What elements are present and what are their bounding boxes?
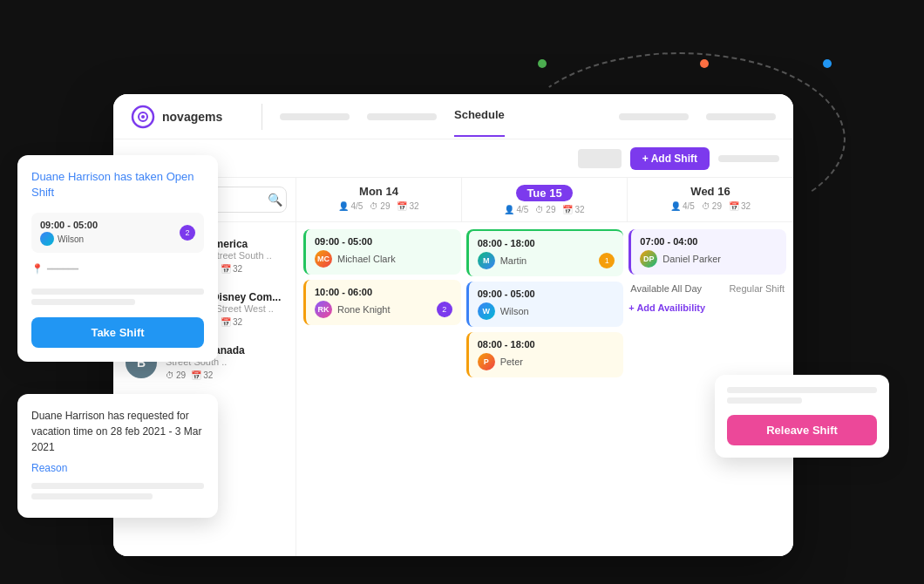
day-header-mon: Mon 14 👤 4/5 ⏱ 29 📅 32 [296,178,462,221]
nav-item-placeholder-1 [280,113,350,120]
shift-person-mon-1: MC Michael Clark [315,250,452,268]
shift-avatar-wilson: W [478,302,495,320]
shift-name-mon-2: Rone Knight [337,304,391,315]
shift-time-tue-3: 08:00 - 18:00 [478,339,615,350]
notif-shift-avatar [40,232,54,246]
meta-guards-boc: ⏱ 29 [166,370,186,380]
add-availability-button[interactable]: + Add Availibility [628,302,786,313]
notification-text: Duane Harrison has taken Open Shift [31,169,204,200]
shift-time-wed-1: 07:00 - 04:00 [640,236,778,247]
shift-preview: 09:00 - 05:00 Wilson 2 [31,213,204,253]
sidebar-meta-boc: ⏱ 29 📅 32 [166,370,283,380]
shift-name-mon-1: Michael Clark [337,254,396,264]
shift-time-mon-2: 10:00 - 06:00 [315,287,452,297]
location-text: ━━━━━━ [47,264,78,274]
svg-point-2 [141,115,145,119]
placeholder-line-2 [31,299,135,305]
take-shift-button[interactable]: Take Shift [31,317,204,348]
shift-time-tue-2: 09:00 - 05:00 [478,289,615,299]
notification-card: Duane Harrison has taken Open Shift 09:0… [17,155,218,362]
dot-blue [823,59,832,68]
day-meta-hours-mon: ⏱ 29 [370,201,390,211]
location-icon: 📍 [31,263,44,275]
shift-name-tue-1: Martin [500,255,527,266]
shift-avatar-peter: P [478,353,495,370]
available-all-day-label: Available All Day [630,283,702,294]
day-meta-days-mon: 📅 32 [397,201,418,211]
notif-person-name: Wilson [58,234,84,244]
nav-item-placeholder-3 [619,113,689,120]
shift-person-mon-2: RK Rone Knight 2 [315,301,452,318]
shift-time-mon-1: 09:00 - 05:00 [315,236,452,247]
meta-days-boa: 📅 32 [221,264,242,274]
nav-item-placeholder-2 [367,113,437,120]
day-meta-hours-wed: ⏱ 29 [702,201,722,211]
reason-link[interactable]: Reason [31,462,204,474]
vacation-text: Duane Harrison has requested for vacatio… [31,408,204,455]
notif-location: 📍 ━━━━━━ [31,263,204,275]
logo-icon [131,105,155,129]
day-meta-tue: 👤 4/5 ⏱ 29 📅 32 [472,205,616,214]
nav-divider [262,104,262,130]
shift-badge-mon-2: 2 [437,302,452,317]
shift-preview-info: 09:00 - 05:00 Wilson [40,220,173,246]
day-header-wed: Wed 16 👤 4/5 ⏱ 29 📅 32 [628,178,793,221]
search-icon: 🔍 [268,193,282,207]
shift-badge-tue-1: 1 [599,253,615,268]
vac-placeholder-1 [31,483,204,489]
day-meta-guards-tue: 👤 4/5 [504,205,528,214]
add-shift-button[interactable]: + Add Shift [630,147,710,170]
shift-card-wed-1[interactable]: 07:00 - 04:00 DP Daniel Parker [628,229,786,275]
logo-area: novagems [131,105,244,129]
day-meta-days-wed: 📅 32 [729,201,751,211]
shift-card-tue-3[interactable]: 08:00 - 18:00 P Peter [466,332,624,377]
shift-card-tue-1[interactable]: 08:00 - 18:00 M Martin 1 [466,229,624,276]
top-nav: novagems Schedule [113,94,793,139]
release-panel: Releave Shift [715,375,889,458]
day-meta-guards-mon: 👤 4/5 [338,201,363,211]
availability-row: Available All Day Regular Shift [628,280,786,297]
shifts-grid: 09:00 - 05:00 MC Michael Clark 10:00 - 0… [296,222,793,384]
shift-time-tue-1: 08:00 - 18:00 [478,238,615,248]
shift-person-tue-1: M Martin 1 [478,252,615,269]
shift-name-tue-3: Peter [500,357,523,367]
shift-person-tue-2: W Wilson [478,302,615,320]
day-title-tue: Tue 15 [516,185,572,201]
day-meta-guards-wed: 👤 4/5 [670,201,695,211]
day-meta-wed: 👤 4/5 ⏱ 29 📅 32 [638,201,783,211]
regular-shift-label: Regular Shift [729,283,785,294]
nav-tab-schedule[interactable]: Schedule [454,108,505,125]
shift-avatar-rone: RK [315,301,332,318]
release-placeholder-2 [727,397,802,404]
dot-green [538,59,547,68]
vac-placeholders [31,483,204,499]
notif-shift-time: 09:00 - 05:00 [40,220,173,230]
day-column-mon: 09:00 - 05:00 MC Michael Clark 10:00 - 0… [303,229,461,377]
shift-person-tue-3: P Peter [478,353,615,370]
day-column-tue: 08:00 - 18:00 M Martin 1 09:00 - 05:00 W… [466,229,624,377]
shift-person-wed-1: DP Daniel Parker [640,250,778,268]
shift-avatar-daniel: DP [640,250,657,268]
vacation-card: Duane Harrison has requested for vacatio… [17,394,218,518]
shift-name-tue-2: Wilson [500,306,529,316]
logo-text: novagems [162,110,222,124]
release-placeholder-1 [727,387,877,393]
day-headers: Mon 14 👤 4/5 ⏱ 29 📅 32 Tue 15 👤 4/5 ⏱ 29… [296,178,793,222]
toolbar-placeholder-2 [578,149,622,168]
release-shift-button[interactable]: Releave Shift [727,415,877,445]
calendar-area: Mon 14 👤 4/5 ⏱ 29 📅 32 Tue 15 👤 4/5 ⏱ 29… [296,178,793,556]
day-title-mon: Mon 14 [307,185,451,198]
notif-placeholders [31,289,204,305]
day-meta-hours-tue: ⏱ 29 [535,205,555,214]
shift-card-mon-2[interactable]: 10:00 - 06:00 RK Rone Knight 2 [303,280,461,325]
shift-name-wed-1: Daniel Parker [662,254,721,264]
nav-item-placeholder-4 [706,113,776,120]
day-meta-mon: 👤 4/5 ⏱ 29 📅 32 [307,201,451,211]
meta-days-boc: 📅 32 [191,370,213,380]
shift-card-tue-2[interactable]: 09:00 - 05:00 W Wilson [466,282,624,327]
toolbar-placeholder-3 [718,155,779,162]
shift-avatar-martin: M [478,252,495,269]
vac-placeholder-2 [31,493,153,499]
day-header-tue: Tue 15 👤 4/5 ⏱ 29 📅 32 [462,178,628,221]
shift-card-mon-1[interactable]: 09:00 - 05:00 MC Michael Clark [303,229,461,275]
